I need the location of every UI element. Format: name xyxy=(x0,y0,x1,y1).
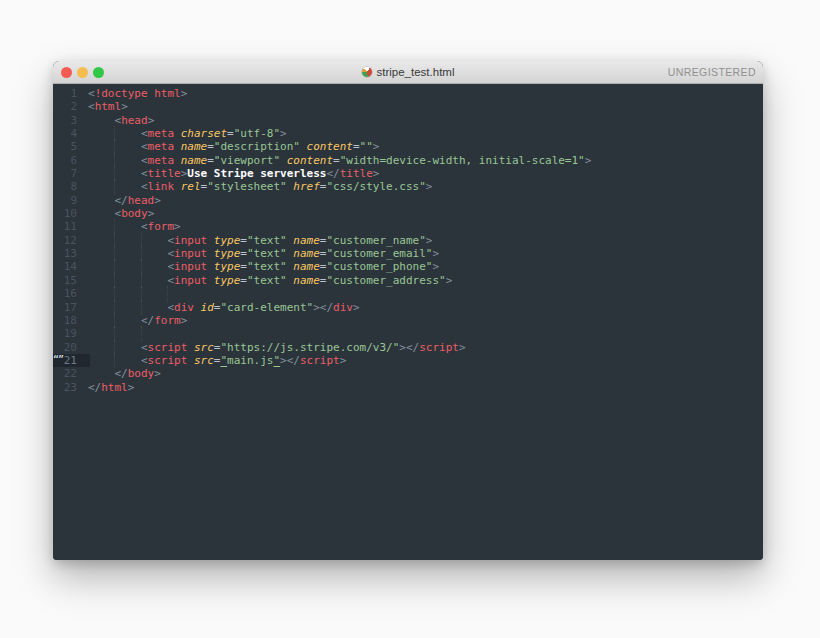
code-text: <script src="main.js"></script> xyxy=(77,354,763,367)
code-text: <input type="text" name="customer_email"… xyxy=(77,247,763,260)
code-line[interactable]: 12 <input type="text" name="customer_nam… xyxy=(53,234,763,247)
zoom-window-button[interactable] xyxy=(93,67,104,78)
code-line[interactable]: “”21 <script src="main.js"></script> xyxy=(53,354,763,367)
line-number: 13 xyxy=(53,247,77,260)
code-text: <div id="card-element"></div> xyxy=(77,301,763,314)
line-number: 9 xyxy=(53,194,77,207)
code-text xyxy=(77,287,763,300)
line-number: 19 xyxy=(53,327,77,340)
code-line[interactable]: 5 <meta name="description" content=""> xyxy=(53,140,763,153)
code-line[interactable]: 19 xyxy=(53,327,763,340)
line-number: 1 xyxy=(53,87,77,100)
line-number: 12 xyxy=(53,234,77,247)
code-line[interactable]: 3 <head> xyxy=(53,114,763,127)
code-line[interactable]: 14 <input type="text" name="customer_pho… xyxy=(53,260,763,273)
window-controls xyxy=(53,67,104,78)
line-number: 10 xyxy=(53,207,77,220)
code-line[interactable]: 2<html> xyxy=(53,100,763,113)
indent-guide xyxy=(141,326,142,341)
code-text: <form> xyxy=(77,220,763,233)
line-number: 22 xyxy=(53,367,77,380)
line-number: 8 xyxy=(53,180,77,193)
code-text: </body> xyxy=(77,367,763,380)
code-editor[interactable]: 1<!doctype html>2<html>3 <head>4 <meta c… xyxy=(53,84,763,560)
code-lines: 1<!doctype html>2<html>3 <head>4 <meta c… xyxy=(53,87,763,394)
line-number: 2 xyxy=(53,100,77,113)
minimize-window-button[interactable] xyxy=(77,67,88,78)
code-text: <script src="https://js.stripe.com/v3/">… xyxy=(77,341,763,354)
code-line[interactable]: 1<!doctype html> xyxy=(53,87,763,100)
line-number: 7 xyxy=(53,167,77,180)
indent-guide xyxy=(114,353,115,368)
code-line[interactable]: 16 xyxy=(53,287,763,300)
code-text: </form> xyxy=(77,314,763,327)
code-text: <input type="text" name="customer_name"> xyxy=(77,234,763,247)
code-line[interactable]: 7 <title>Use Stripe serverless</title> xyxy=(53,167,763,180)
code-line[interactable]: 4 <meta charset="utf-8"> xyxy=(53,127,763,140)
code-text: <link rel="stylesheet" href="css/style.c… xyxy=(77,180,763,193)
sublime-text-window: stripe_test.html UNREGISTERED 1<!doctype… xyxy=(53,61,763,560)
code-line[interactable]: 10 <body> xyxy=(53,207,763,220)
code-line[interactable]: 13 <input type="text" name="customer_ema… xyxy=(53,247,763,260)
code-line[interactable]: 15 <input type="text" name="customer_add… xyxy=(53,274,763,287)
code-line[interactable]: 23</html> xyxy=(53,381,763,394)
line-number: 23 xyxy=(53,381,77,394)
line-number: 3 xyxy=(53,114,77,127)
indent-guide xyxy=(114,179,115,194)
line-number: 15 xyxy=(53,274,77,287)
code-text: </html> xyxy=(77,381,763,394)
close-window-button[interactable] xyxy=(61,67,72,78)
document-icon xyxy=(362,67,372,77)
window-title: stripe_test.html xyxy=(377,66,455,78)
code-line[interactable]: 20 <script src="https://js.stripe.com/v3… xyxy=(53,341,763,354)
code-line[interactable]: 17 <div id="card-element"></div> xyxy=(53,301,763,314)
code-text: <title>Use Stripe serverless</title> xyxy=(77,167,763,180)
line-number: 4 xyxy=(53,127,77,140)
code-text: <meta name="viewport" content="width=dev… xyxy=(77,154,763,167)
line-number: 5 xyxy=(53,140,77,153)
code-text xyxy=(77,327,763,340)
window-titlebar[interactable]: stripe_test.html UNREGISTERED xyxy=(53,61,763,84)
line-number: 18 xyxy=(53,314,77,327)
code-text: <input type="text" name="customer_phone"… xyxy=(77,260,763,273)
indent-guide xyxy=(167,286,168,301)
line-number: 17 xyxy=(53,301,77,314)
line-number: 14 xyxy=(53,260,77,273)
code-line[interactable]: 8 <link rel="stylesheet" href="css/style… xyxy=(53,180,763,193)
code-line[interactable]: 6 <meta name="viewport" content="width=d… xyxy=(53,154,763,167)
window-title-group: stripe_test.html xyxy=(53,61,763,83)
line-number: 20 xyxy=(53,341,77,354)
indent-guide xyxy=(141,300,142,315)
code-text: <!doctype html> xyxy=(77,87,763,100)
code-line[interactable]: 9 </head> xyxy=(53,194,763,207)
code-text: <meta charset="utf-8"> xyxy=(77,127,763,140)
line-number: “”21 xyxy=(53,354,77,367)
code-line[interactable]: 11 <form> xyxy=(53,220,763,233)
code-text: <head> xyxy=(77,114,763,127)
code-text: <html> xyxy=(77,100,763,113)
license-status-badge: UNREGISTERED xyxy=(668,66,763,78)
code-text: <input type="text" name="customer_addres… xyxy=(77,274,763,287)
line-number: 11 xyxy=(53,220,77,233)
code-text: <meta name="description" content=""> xyxy=(77,140,763,153)
line-number: 16 xyxy=(53,287,77,300)
code-line[interactable]: 18 </form> xyxy=(53,314,763,327)
code-text: </head> xyxy=(77,194,763,207)
code-line[interactable]: 22 </body> xyxy=(53,367,763,380)
line-number: 6 xyxy=(53,154,77,167)
code-text: <body> xyxy=(77,207,763,220)
gutter-quote-badge: “” xyxy=(53,353,63,366)
